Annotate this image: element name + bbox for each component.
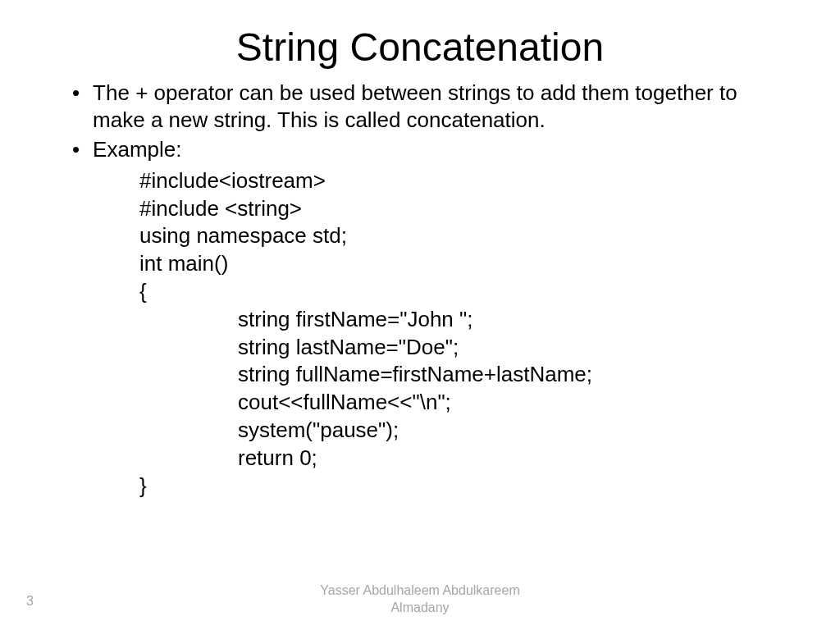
code-line: system("pause"); — [238, 417, 768, 445]
slide-content: • The + operator can be used between str… — [0, 80, 840, 500]
code-line: #include<iostream> — [139, 167, 768, 195]
slide-title: String Concatenation — [0, 25, 840, 70]
bullet-marker: • — [72, 80, 80, 107]
slide: String Concatenation • The + operator ca… — [0, 0, 840, 630]
code-line: cout<<fullName<<"\n"; — [238, 389, 768, 417]
author-name: Yasser Abdulhaleem AbdulkareemAlmadany — [0, 582, 840, 617]
slide-footer: 3 Yasser Abdulhaleem AbdulkareemAlmadany — [0, 582, 840, 617]
code-line: using namespace std; — [139, 222, 768, 250]
bullet-item: • The + operator can be used between str… — [72, 80, 768, 133]
code-line: int main() — [139, 250, 768, 278]
code-line: { — [139, 278, 768, 306]
code-line: string firstName="John "; — [238, 306, 768, 334]
code-line: #include <string> — [139, 195, 768, 223]
bullet-text: The + operator can be used between strin… — [93, 80, 768, 133]
code-line: return 0; — [238, 445, 768, 472]
bullet-text: Example: — [93, 136, 181, 163]
bullet-item: • Example: — [72, 136, 768, 164]
code-line: string lastName="Doe"; — [238, 334, 768, 362]
page-number: 3 — [26, 594, 34, 609]
code-line: } — [139, 472, 768, 500]
code-block: #include<iostream> #include <string> usi… — [139, 167, 768, 500]
bullet-marker: • — [72, 136, 80, 164]
code-line: string fullName=firstName+lastName; — [238, 361, 768, 389]
